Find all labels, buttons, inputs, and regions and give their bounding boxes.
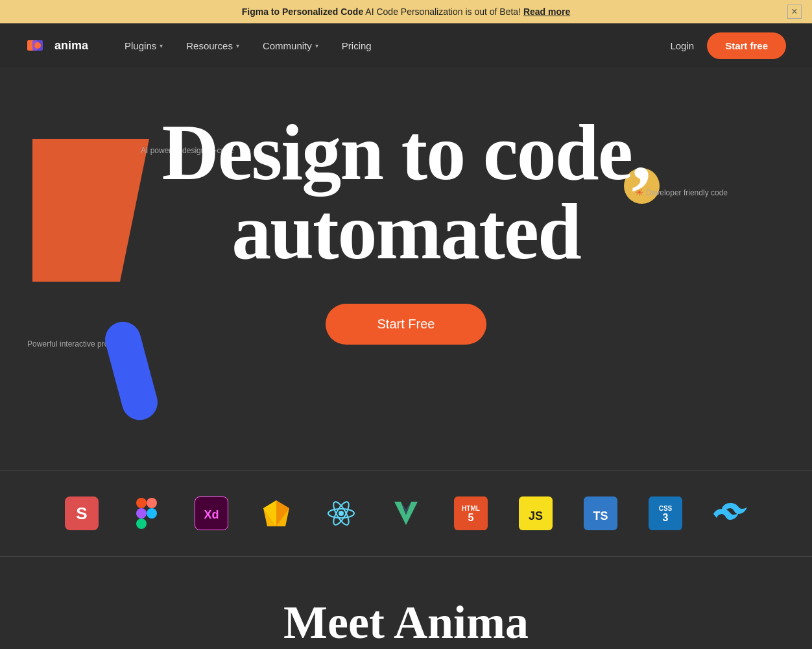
nav-links: Plugins ▾ Resources ▾ Community ▾ Pricin… bbox=[114, 35, 670, 56]
banner-read-more-link[interactable]: Read more bbox=[523, 6, 570, 17]
hero-title-line2: automated bbox=[0, 192, 812, 271]
hero-section: ✳ AI powered design-to-code Powerful int… bbox=[0, 67, 812, 470]
announcement-banner: Figma to Personalized Code AI Code Perso… bbox=[0, 0, 812, 23]
svg-text:JS: JS bbox=[529, 509, 543, 522]
nav-resources[interactable]: Resources ▾ bbox=[176, 35, 250, 56]
logo-text: anima bbox=[54, 39, 88, 53]
resources-label: Resources bbox=[186, 40, 233, 51]
svg-rect-5 bbox=[136, 508, 147, 519]
logo-js: JS bbox=[519, 496, 553, 530]
banner-bold-text: Figma to Personalized Code bbox=[242, 6, 363, 17]
nav-plugins[interactable]: Plugins ▾ bbox=[114, 35, 173, 56]
logo-css3: CSS 3 bbox=[649, 496, 682, 530]
figma-svg-icon bbox=[136, 498, 157, 529]
pricing-label: Pricing bbox=[342, 40, 372, 51]
plugins-chevron: ▾ bbox=[160, 42, 163, 49]
css3-svg-icon: CSS 3 bbox=[650, 496, 681, 530]
svg-text:Xd: Xd bbox=[204, 508, 219, 521]
community-chevron: ▾ bbox=[315, 42, 318, 49]
anima-logo-icon bbox=[26, 34, 49, 57]
nav-pricing[interactable]: Pricing bbox=[331, 35, 382, 56]
logo-tailwind bbox=[713, 496, 747, 530]
resources-chevron: ▾ bbox=[236, 42, 239, 49]
main-nav: anima Plugins ▾ Resources ▾ Community ▾ … bbox=[0, 23, 812, 67]
svg-text:3: 3 bbox=[663, 512, 669, 523]
svg-rect-6 bbox=[147, 508, 157, 519]
nav-right: Login Start free bbox=[670, 32, 786, 59]
nav-start-free-button[interactable]: Start free bbox=[707, 32, 786, 59]
svg-rect-4 bbox=[147, 498, 157, 508]
tailwind-svg-icon bbox=[713, 503, 747, 524]
svg-rect-3 bbox=[136, 498, 147, 508]
svg-text:CSS: CSS bbox=[659, 505, 673, 512]
banner-text: Figma to Personalized Code AI Code Perso… bbox=[242, 6, 571, 17]
bottom-title: Meet Anima bbox=[0, 596, 812, 649]
xd-svg-icon: Xd bbox=[196, 498, 227, 529]
hero-title-line1: Design to code, bbox=[0, 113, 812, 192]
hero-cta: Start Free bbox=[326, 304, 487, 345]
hero-text: Design to code, automated Start Free bbox=[0, 93, 812, 345]
logo-ts: TS bbox=[584, 496, 617, 530]
svg-point-2 bbox=[34, 42, 41, 49]
sketch-svg-icon bbox=[261, 499, 292, 528]
bottom-section: Meet Anima bbox=[0, 557, 812, 649]
logo-vue bbox=[389, 496, 423, 530]
logo-link[interactable]: anima bbox=[26, 34, 88, 57]
logo-react bbox=[324, 496, 358, 530]
banner-close-button[interactable]: × bbox=[787, 5, 802, 19]
svg-text:HTML: HTML bbox=[462, 505, 480, 512]
vue-svg-icon bbox=[390, 498, 422, 529]
logo-xd: Xd bbox=[195, 496, 228, 530]
svg-text:5: 5 bbox=[468, 512, 474, 523]
react-svg-icon bbox=[326, 498, 357, 529]
html5-svg-icon: HTML 5 bbox=[455, 496, 486, 530]
community-label: Community bbox=[263, 40, 312, 51]
ts-svg-icon: TS bbox=[585, 498, 616, 529]
logo-figma bbox=[130, 496, 163, 530]
svg-rect-7 bbox=[136, 519, 147, 529]
logo-sketch bbox=[259, 496, 293, 530]
login-link[interactable]: Login bbox=[670, 40, 694, 51]
js-svg-icon: JS bbox=[520, 498, 551, 529]
logos-section: S Xd bbox=[0, 471, 812, 556]
hero-start-free-button[interactable]: Start Free bbox=[326, 304, 487, 345]
banner-normal-text: AI Code Personalization is out of Beta! bbox=[365, 6, 521, 17]
logo-html5: HTML 5 bbox=[454, 496, 488, 530]
logo-stencil: S bbox=[65, 496, 99, 530]
nav-community[interactable]: Community ▾ bbox=[252, 35, 329, 56]
svg-point-13 bbox=[339, 511, 344, 516]
svg-text:TS: TS bbox=[593, 509, 608, 522]
plugins-label: Plugins bbox=[125, 40, 156, 51]
